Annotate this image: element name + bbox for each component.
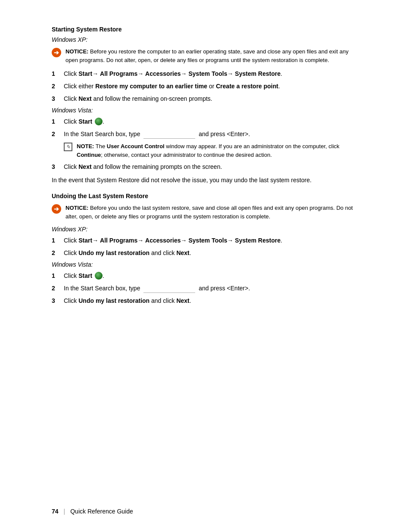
- type-placeholder-2: [143, 287, 195, 293]
- start-orb-icon-2: [95, 272, 103, 280]
- section-starting-restore: Starting System Restore Windows XP: ➔ NO…: [52, 26, 359, 185]
- notice-label-1: NOTICE:: [65, 48, 88, 55]
- step-vista-1-2: 2 In the Start Search box, type and pres…: [52, 130, 359, 139]
- steps-xp-1: 1 Click Start→ All Programs→ Accessories…: [52, 69, 359, 103]
- step-xp-2-2: 2 Click Undo my last restoration and cli…: [52, 249, 359, 258]
- type-placeholder-1: [143, 133, 195, 139]
- steps-vista-2: 1 Click Start . 2 In the Start Search bo…: [52, 271, 359, 305]
- notice-label-2: NOTICE:: [65, 205, 88, 211]
- section1-title: Starting System Restore: [52, 26, 359, 33]
- windows-xp-label-1: Windows XP:: [52, 36, 359, 43]
- note-label-1: NOTE:: [77, 143, 94, 149]
- section-undoing-restore: Undoing the Last System Restore ➔ NOTICE…: [52, 193, 359, 305]
- notice-text-1: NOTICE: Before you restore the computer …: [65, 47, 359, 64]
- footer-page-number: 74: [52, 508, 59, 515]
- step-vista-2-1: 1 Click Start .: [52, 271, 359, 280]
- notice-content-2: Before you undo the last system restore,…: [65, 205, 353, 220]
- notice-box-2: ➔ NOTICE: Before you undo the last syste…: [52, 204, 359, 221]
- steps-xp-2: 1 Click Start→ All Programs→ Accessories…: [52, 236, 359, 258]
- notice-text-2: NOTICE: Before you undo the last system …: [65, 204, 359, 221]
- start-orb-icon-1: [95, 118, 103, 125]
- note-box-1: ✎ NOTE: The User Account Control window …: [64, 142, 359, 159]
- notice-icon-2: ➔: [52, 204, 61, 214]
- steps-vista-1: 1 Click Start . 2 In the Start Search bo…: [52, 117, 359, 139]
- step-xp-1-1: 1 Click Start→ All Programs→ Accessories…: [52, 69, 359, 78]
- step-xp-1-3: 3 Click Next and follow the remaining on…: [52, 94, 359, 103]
- notice-icon-1: ➔: [52, 48, 61, 57]
- step-vista-1-1: 1 Click Start .: [52, 117, 359, 126]
- section1-paragraph: In the event that System Restore did not…: [52, 176, 359, 185]
- page: Starting System Restore Windows XP: ➔ NO…: [0, 0, 411, 532]
- page-footer: 74 | Quick Reference Guide: [52, 508, 133, 515]
- step-vista-2-2: 2 In the Start Search box, type and pres…: [52, 284, 359, 293]
- notice-box-1: ➔ NOTICE: Before you restore the compute…: [52, 47, 359, 64]
- section2-title: Undoing the Last System Restore: [52, 193, 359, 199]
- windows-vista-label-1: Windows Vista:: [52, 107, 359, 114]
- step-vista-2-3: 3 Click Undo my last restoration and cli…: [52, 296, 359, 305]
- notice-content-1: Before you restore the computer to an ea…: [65, 48, 349, 63]
- footer-guide-title: Quick Reference Guide: [70, 508, 133, 515]
- steps-vista-1-cont: 3 Click Next and follow the remaining pr…: [52, 162, 359, 171]
- note-icon-1: ✎: [64, 143, 72, 151]
- windows-vista-label-2: Windows Vista:: [52, 261, 359, 268]
- note-text-1: NOTE: The User Account Control window ma…: [77, 142, 359, 159]
- step-xp-2-1: 1 Click Start→ All Programs→ Accessories…: [52, 236, 359, 245]
- step-xp-1-2: 2 Click either Restore my computer to an…: [52, 82, 359, 91]
- step-vista-1-3: 3 Click Next and follow the remaining pr…: [52, 162, 359, 171]
- footer-separator: |: [64, 508, 65, 515]
- windows-xp-label-2: Windows XP:: [52, 226, 359, 233]
